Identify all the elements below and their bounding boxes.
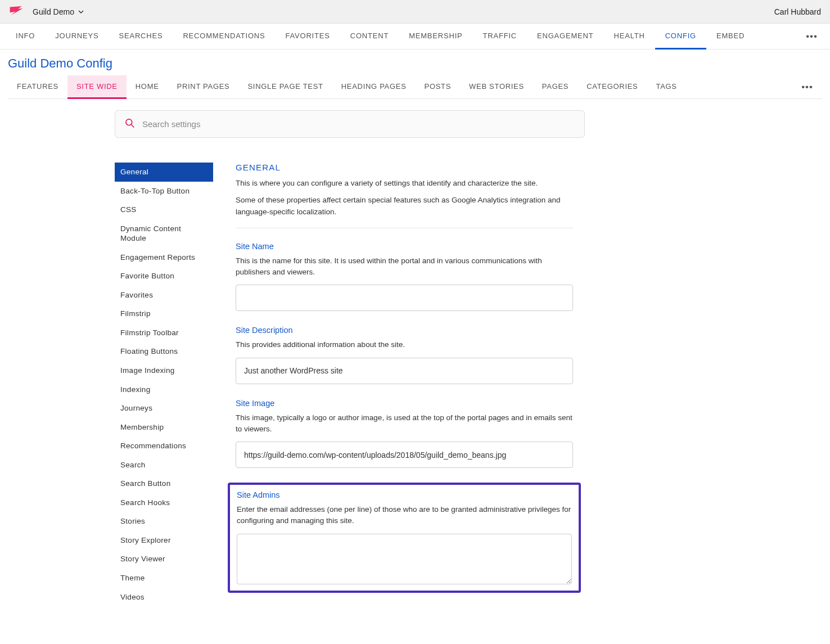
sidemenu-item-membership[interactable]: Membership — [115, 418, 213, 437]
subnav-item-print-pages[interactable]: Print Pages — [168, 75, 239, 99]
search-box[interactable] — [115, 110, 585, 138]
mainnav-item-content[interactable]: Content — [340, 24, 399, 49]
sidemenu-item-search[interactable]: Search — [115, 456, 213, 475]
mainnav-item-traffic[interactable]: Traffic — [473, 24, 527, 49]
sidemenu-item-engagement-reports[interactable]: Engagement Reports — [115, 248, 213, 267]
site-description-input[interactable] — [236, 358, 573, 384]
user-name[interactable]: Carl Hubbard — [774, 7, 821, 16]
mainnav-item-journeys[interactable]: Journeys — [45, 24, 109, 49]
sidemenu-item-search-button[interactable]: Search Button — [115, 474, 213, 493]
field-desc: This is the name for this site. It is us… — [236, 255, 573, 278]
sidemenu-item-videos[interactable]: Videos — [115, 588, 213, 607]
subnav-item-heading-pages[interactable]: Heading Pages — [332, 75, 416, 99]
sidemenu-item-filmstrip[interactable]: Filmstrip — [115, 304, 213, 323]
search-input[interactable] — [142, 119, 575, 129]
field-site-name: Site Name This is the name for this site… — [236, 242, 573, 312]
sidemenu-item-recommendations[interactable]: Recommendations — [115, 436, 213, 456]
field-desc: This provides additional information abo… — [236, 339, 573, 350]
field-label: Site Admins — [237, 490, 572, 499]
sub-nav: FeaturesSite WideHomePrint PagesSingle P… — [8, 75, 822, 99]
field-desc: This image, typically a logo or author i… — [236, 412, 573, 435]
side-menu: GeneralBack-To-Top ButtonCSSDynamic Cont… — [115, 163, 213, 607]
field-site-admins: Site Admins Enter the email addresses (o… — [228, 483, 581, 593]
top-bar: Guild Demo Carl Hubbard — [0, 0, 830, 24]
subnav-item-tags[interactable]: Tags — [647, 75, 685, 99]
site-name-input[interactable] — [236, 285, 573, 311]
search-icon — [124, 118, 136, 130]
subnav-item-features[interactable]: Features — [8, 75, 67, 99]
mainnav-item-config[interactable]: Config — [655, 24, 706, 49]
sidemenu-item-back-to-top-button[interactable]: Back-To-Top Button — [115, 182, 213, 201]
sidemenu-item-floating-buttons[interactable]: Floating Buttons — [115, 342, 213, 361]
subnav-item-web-stories[interactable]: Web Stories — [460, 75, 533, 99]
mainnav-item-embed[interactable]: Embed — [706, 24, 755, 49]
subnav-item-home[interactable]: Home — [127, 75, 168, 99]
top-bar-left: Guild Demo — [9, 5, 84, 18]
sidemenu-item-favorite-button[interactable]: Favorite Button — [115, 267, 213, 286]
site-image-input[interactable] — [236, 442, 573, 468]
sidemenu-item-stories[interactable]: Stories — [115, 512, 213, 531]
site-switcher-label: Guild Demo — [33, 7, 74, 16]
mainnav-item-health[interactable]: Health — [604, 24, 655, 49]
sidemenu-item-general[interactable]: General — [115, 163, 213, 182]
site-switcher[interactable]: Guild Demo — [33, 7, 84, 16]
mainnav-more-icon[interactable]: ••• — [799, 24, 824, 49]
site-admins-input[interactable] — [237, 534, 572, 584]
subnav-item-categories[interactable]: Categories — [578, 75, 647, 99]
subnav-item-posts[interactable]: Posts — [416, 75, 461, 99]
field-site-image: Site Image This image, typically a logo … — [236, 399, 573, 469]
sidemenu-item-story-viewer[interactable]: Story Viewer — [115, 550, 213, 569]
svg-point-0 — [126, 119, 132, 125]
mainnav-item-info[interactable]: Info — [6, 24, 45, 49]
field-desc: Enter the email addresses (one per line)… — [237, 504, 572, 527]
section-divider — [236, 228, 573, 228]
sidemenu-item-journeys[interactable]: Journeys — [115, 399, 213, 418]
page-title: Guild Demo Config — [8, 56, 822, 71]
mainnav-item-searches[interactable]: Searches — [109, 24, 173, 49]
svg-line-1 — [132, 125, 134, 128]
mainnav-item-recommendations[interactable]: Recommendations — [173, 24, 275, 49]
sidemenu-item-search-hooks[interactable]: Search Hooks — [115, 493, 213, 512]
form-area: General This is where you can configure … — [236, 163, 573, 607]
mainnav-item-engagement[interactable]: Engagement — [527, 24, 603, 49]
sidemenu-item-story-explorer[interactable]: Story Explorer — [115, 531, 213, 550]
mainnav-item-favorites[interactable]: Favorites — [276, 24, 340, 49]
subnav-item-pages[interactable]: Pages — [533, 75, 578, 99]
chevron-down-icon — [78, 8, 84, 15]
mainnav-item-membership[interactable]: Membership — [399, 24, 472, 49]
subnav-more-icon[interactable]: ••• — [792, 76, 822, 98]
subnav-item-site-wide[interactable]: Site Wide — [67, 75, 127, 99]
logo-icon — [9, 5, 24, 18]
section-desc-2: Some of these properties affect certain … — [236, 195, 573, 218]
sidemenu-item-filmstrip-toolbar[interactable]: Filmstrip Toolbar — [115, 323, 213, 343]
sidemenu-item-indexing[interactable]: Indexing — [115, 380, 213, 399]
field-site-description: Site Description This provides additiona… — [236, 326, 573, 384]
sidemenu-item-css[interactable]: CSS — [115, 200, 213, 219]
field-label: Site Image — [236, 399, 573, 408]
main-nav: InfoJourneysSearchesRecommendationsFavor… — [0, 24, 830, 49]
section-desc-1: This is where you can configure a variet… — [236, 178, 573, 189]
sidemenu-item-image-indexing[interactable]: Image Indexing — [115, 361, 213, 380]
sidemenu-item-dynamic-content-module[interactable]: Dynamic Content Module — [115, 219, 213, 248]
subnav-item-single-page-test[interactable]: Single Page Test — [238, 75, 332, 99]
sidemenu-item-favorites[interactable]: Favorites — [115, 286, 213, 305]
field-label: Site Description — [236, 326, 573, 335]
section-title: General — [236, 163, 573, 172]
field-label: Site Name — [236, 242, 573, 251]
sidemenu-item-theme[interactable]: Theme — [115, 569, 213, 588]
